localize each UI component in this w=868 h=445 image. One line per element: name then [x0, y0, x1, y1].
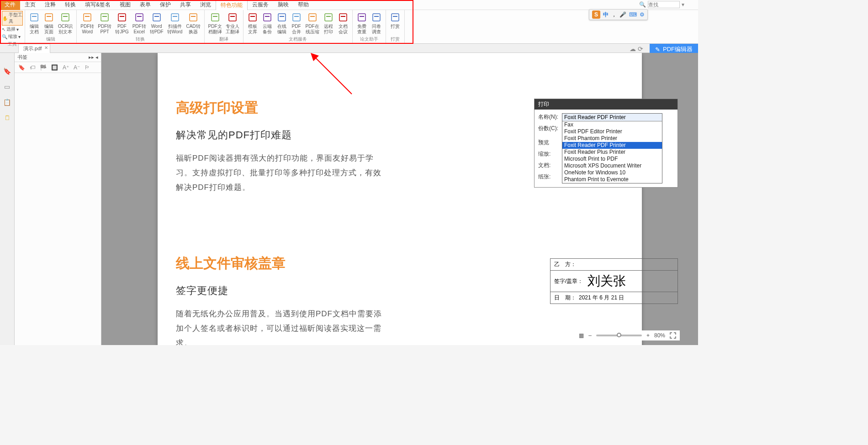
bm-tool-icon[interactable]: 🏷	[30, 64, 35, 71]
note-icon[interactable]: 🗒	[3, 113, 12, 122]
printer-option: Foxit Phantom Printer	[562, 135, 662, 142]
section-body: 福昕PDF阅读器拥有强大的打印功能，界面友好易于学习。支持虚拟打印、批量打印等多…	[176, 151, 386, 195]
menu-item-4[interactable]: 填写&签名	[80, 0, 115, 10]
zoom-out-button[interactable]: –	[588, 332, 592, 339]
ime-toolbar[interactable]: S 中 ， 🎤 ⌨ ⚙	[589, 9, 648, 20]
ribbon-button[interactable]: 打赏	[388, 11, 402, 36]
panel-collapse-icon[interactable]: ▸▸ ◂	[89, 54, 98, 60]
ribbon-button[interactable]: 问卷调查	[369, 11, 384, 36]
ime-mic-icon[interactable]: 🎤	[619, 11, 626, 18]
bm-tool-icon[interactable]: 🔲	[51, 64, 58, 71]
sign-party-row: 乙 方：	[550, 259, 677, 271]
ribbon-btn-line2: 工翻译	[226, 29, 239, 35]
svg-rect-23	[230, 16, 235, 17]
menu-item-7[interactable]: 保护	[155, 0, 175, 10]
ribbon-button[interactable]: CAD转换器	[184, 11, 202, 36]
tab-close-button[interactable]: ✕	[44, 45, 48, 50]
pdf-editor-label: PDF编辑器	[663, 45, 693, 53]
menu-item-13[interactable]: 帮助	[293, 0, 313, 10]
ribbon-button[interactable]: 在线编辑	[275, 11, 289, 36]
menu-item-10[interactable]: 特色功能	[216, 0, 248, 10]
ribbon-icon	[210, 12, 221, 23]
cloud-sync-icon[interactable]: ☁ ⟳	[630, 45, 643, 52]
search-input[interactable]	[648, 1, 680, 8]
svg-rect-37	[341, 16, 345, 17]
ribbon-group: 模板文库云端备份在线编辑PDF合并PDF在线压缩远程打印文档会议文档服务	[243, 10, 353, 43]
menu-item-9[interactable]: 浏览	[196, 0, 216, 10]
search-dropdown-icon[interactable]: ▾	[682, 1, 684, 8]
ribbon-button[interactable]: 编辑文档	[27, 11, 42, 36]
menu-item-5[interactable]: 视图	[115, 0, 135, 10]
menu-item-8[interactable]: 共享	[175, 0, 196, 10]
select-tool[interactable]: ↖选择▾	[2, 26, 23, 33]
svg-rect-43	[393, 16, 397, 17]
ribbon-button[interactable]: 模板文库	[245, 11, 260, 36]
pdf-page: 高级打印设置 解决常见的PDF打印难题 福昕PDF阅读器拥有强大的打印功能，界面…	[158, 53, 642, 345]
page-panel-icon[interactable]: ▭	[3, 82, 12, 91]
bookmark-panel-icon[interactable]: 🔖	[3, 67, 12, 76]
bm-tool-icon[interactable]: 🔖	[18, 64, 25, 71]
zoom-slider[interactable]	[596, 335, 642, 336]
ribbon-icon	[116, 12, 127, 23]
ribbon-button[interactable]: 编辑页面	[42, 11, 56, 36]
bm-font-larger-icon[interactable]: A⁺	[63, 64, 69, 71]
ribbon-button[interactable]: PDF文档翻译	[206, 11, 224, 36]
fullscreen-icon[interactable]	[670, 332, 676, 339]
menu-item-2[interactable]: 注释	[40, 0, 60, 10]
clipboard-icon[interactable]: 📋	[3, 98, 12, 107]
menubar: 文件主页注释转换填写&签名视图表单保护共享浏览特色功能云服务脑映帮助	[0, 0, 698, 10]
menu-item-3[interactable]: 转换	[60, 0, 80, 10]
svg-rect-38	[358, 14, 365, 21]
svg-rect-0	[31, 14, 38, 21]
ribbon-button[interactable]: PDF转Excel	[131, 11, 148, 36]
svg-rect-22	[229, 14, 236, 21]
ribbon-button[interactable]: 专业人工翻译	[224, 11, 241, 36]
menu-item-0[interactable]: 文件	[0, 0, 20, 10]
ribbon-icon	[227, 12, 238, 23]
sign-sig-label: 签字/盖章：	[554, 277, 583, 285]
document-viewport[interactable]: 高级打印设置 解决常见的PDF打印难题 福昕PDF阅读器拥有强大的打印功能，界面…	[101, 53, 698, 345]
view-mode-icon[interactable]: ▦	[579, 332, 584, 339]
ribbon-button[interactable]: PDF合并	[289, 11, 304, 36]
menu-item-6[interactable]: 表单	[135, 0, 155, 10]
svg-rect-5	[63, 16, 68, 17]
zoom-in-button[interactable]: +	[646, 332, 650, 339]
menu-item-11[interactable]: 云服务	[248, 0, 273, 10]
ime-lang[interactable]: 中	[603, 11, 609, 19]
bm-tool-icon[interactable]: 🏁	[40, 64, 47, 71]
ribbon-button[interactable]: 免费查重	[355, 11, 369, 36]
hand-tool[interactable]: ✋手型工具	[2, 11, 23, 26]
ribbon-btn-line2: 档翻译	[208, 29, 222, 35]
menu-item-12[interactable]: 脑映	[273, 0, 293, 10]
bm-tool-icon[interactable]: 🏳	[85, 64, 90, 71]
ime-punct-icon[interactable]: ，	[611, 11, 617, 19]
ribbon-button[interactable]: PDF转PPT	[96, 11, 113, 36]
ribbon-button[interactable]: PDF在线压缩	[304, 11, 321, 36]
ribbon-icon	[247, 12, 258, 23]
menu-item-1[interactable]: 主页	[20, 0, 40, 10]
ribbon-button[interactable]: 文档会议	[336, 11, 350, 36]
ribbon-btn-line1: PDF转	[98, 24, 111, 29]
ribbon-button[interactable]: Word转PDF	[148, 11, 165, 36]
svg-rect-26	[264, 14, 271, 21]
ribbon-btn-line1: 问卷	[372, 24, 381, 29]
bm-font-smaller-icon[interactable]: A⁻	[74, 64, 80, 71]
ribbon-group-label: 转换	[79, 36, 202, 42]
ime-keyboard-icon[interactable]: ⌨	[629, 11, 637, 18]
ribbon-btn-line1: CAD转	[186, 24, 200, 29]
select-label: 选择	[6, 26, 16, 32]
ribbon-group: 编辑文档编辑页面OCR识别文本编辑	[25, 10, 77, 43]
ribbon-button[interactable]: 云端备份	[260, 11, 275, 36]
ribbon-button[interactable]: 远程打印	[321, 11, 336, 36]
ribbon-button[interactable]: PDF转JPG	[113, 11, 130, 36]
svg-rect-16	[171, 14, 179, 21]
ime-settings-icon[interactable]: ⚙	[640, 11, 645, 18]
document-tab[interactable]: 演示.pdf ✕	[18, 44, 50, 53]
zoom-tool[interactable]: 🔍缩放▾	[2, 33, 23, 40]
ribbon-button[interactable]: 扫描件转Word	[165, 11, 185, 36]
ribbon-button[interactable]: OCR识别文本	[56, 11, 74, 36]
svg-rect-4	[62, 14, 69, 21]
svg-rect-41	[374, 16, 379, 17]
ribbon-button[interactable]: PDF转Word	[79, 11, 96, 36]
zoom-slider-thumb[interactable]	[617, 333, 621, 337]
